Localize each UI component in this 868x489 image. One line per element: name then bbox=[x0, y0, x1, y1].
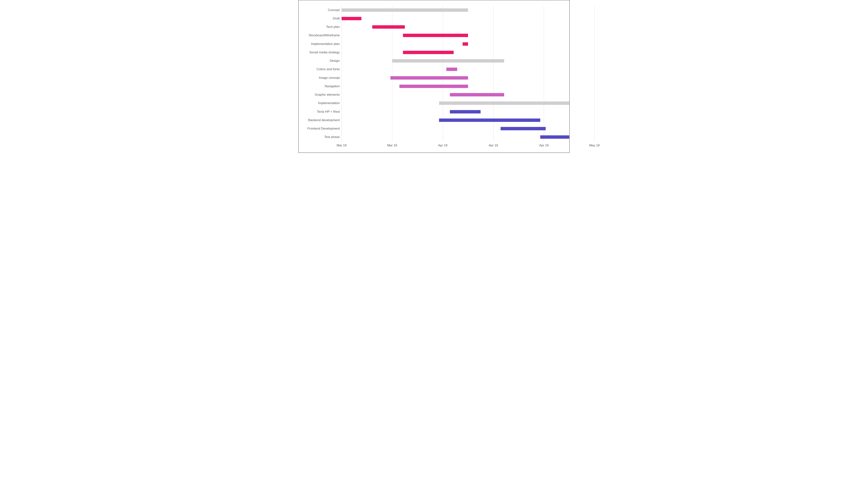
gantt-chart: Mar 19Mar 19Apr 19Apr 19Apr 19May 19 Con… bbox=[301, 4, 564, 149]
chart-frame: Mar 19Mar 19Apr 19Apr 19Apr 19May 19 Con… bbox=[299, 0, 569, 153]
gantt-bar bbox=[372, 25, 405, 29]
x-tick-label: May 19 bbox=[589, 144, 600, 147]
y-tick-label: Image concept bbox=[302, 76, 340, 80]
gantt-bar bbox=[439, 118, 540, 122]
gantt-bar bbox=[399, 85, 468, 88]
x-tick-label: Apr 19 bbox=[489, 144, 498, 147]
y-tick-label: Frontend Development bbox=[302, 127, 340, 131]
y-tick-label: Social media strategy bbox=[302, 51, 340, 54]
gantt-bar bbox=[450, 110, 480, 113]
x-tick-label: Mar 19 bbox=[387, 144, 397, 147]
y-tick-label: Backend development bbox=[302, 118, 340, 122]
plot-area: Mar 19Mar 19Apr 19Apr 19Apr 19May 19 bbox=[342, 6, 562, 141]
gantt-bar bbox=[450, 93, 504, 96]
y-tick-label: Navigation bbox=[302, 84, 340, 88]
y-tick-label: Tech plan bbox=[302, 25, 340, 29]
gantt-bar bbox=[463, 42, 468, 46]
gantt-bar bbox=[403, 51, 454, 54]
x-tick-label: Apr 19 bbox=[438, 144, 447, 147]
y-tick-label: Storyboard/Wireframe bbox=[302, 33, 340, 37]
y-tick-label: Concept bbox=[302, 8, 340, 12]
y-tick-label: Graphic elements bbox=[302, 93, 340, 96]
y-tick-label: Colors and fonts bbox=[302, 67, 340, 71]
y-tick-label: Test phase bbox=[302, 135, 340, 139]
x-tick-label: Apr 19 bbox=[539, 144, 549, 147]
gantt-bar bbox=[501, 127, 546, 130]
x-tick-label: Mar 19 bbox=[337, 144, 347, 147]
gantt-bar bbox=[342, 17, 362, 20]
y-tick-label: Texts HP + Rest bbox=[302, 110, 340, 114]
y-tick-label: Design bbox=[302, 59, 340, 63]
gantt-bar bbox=[342, 8, 468, 12]
gantt-bar bbox=[392, 59, 504, 62]
y-tick-label: Draft bbox=[302, 17, 340, 21]
gantt-bar bbox=[391, 76, 468, 80]
gridline bbox=[594, 6, 595, 141]
gantt-bar bbox=[439, 102, 569, 105]
y-tick-label: Implementation bbox=[302, 101, 340, 105]
gantt-bar bbox=[403, 34, 468, 37]
gantt-bar bbox=[446, 67, 457, 71]
gantt-bar bbox=[540, 135, 569, 139]
y-tick-label: Implementation plan bbox=[302, 42, 340, 46]
